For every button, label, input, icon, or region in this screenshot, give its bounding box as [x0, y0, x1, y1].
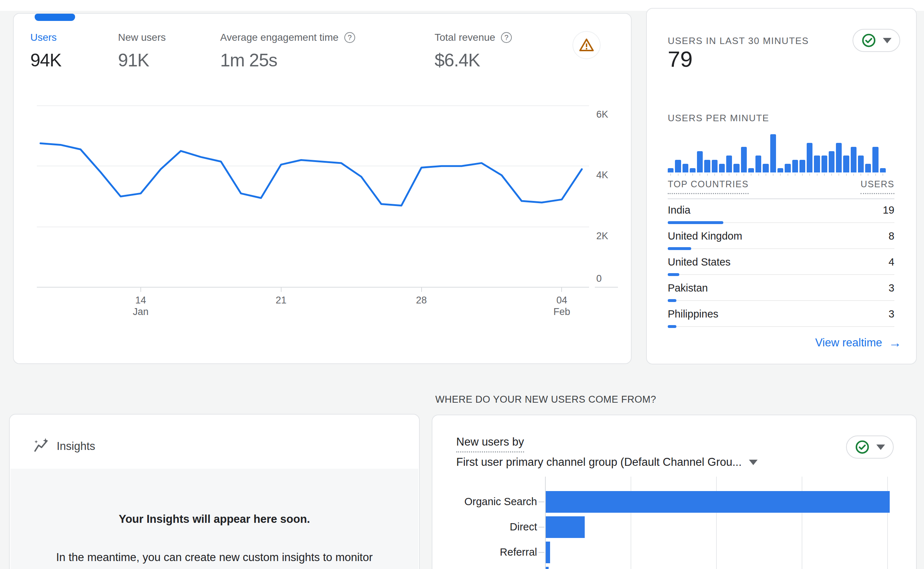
- dimension-selector[interactable]: First user primary channel group (Defaul…: [456, 456, 758, 469]
- per-minute-bar: [792, 160, 798, 172]
- per-minute-bar: [690, 168, 696, 172]
- data-quality-warning-button[interactable]: [572, 31, 601, 59]
- per-minute-bar: [734, 164, 739, 172]
- help-icon[interactable]: ?: [501, 32, 512, 43]
- per-minute-bar: [836, 143, 842, 172]
- users-line-series: [37, 105, 589, 288]
- caret-down-icon: [749, 459, 758, 465]
- channel-bar: [546, 491, 890, 513]
- x-axis-label: 21: [260, 294, 303, 306]
- country-bar-track: [668, 300, 894, 301]
- country-bar: [668, 299, 676, 302]
- top-countries-header: TOP COUNTRIES USERS: [668, 179, 894, 194]
- per-minute-bar: [880, 168, 886, 172]
- y-axis-label: 2K: [596, 231, 608, 242]
- warning-triangle-icon: [578, 37, 595, 53]
- users-line-chart: 14Jan212804Feb: [37, 105, 589, 288]
- chart-gridline: [887, 477, 888, 569]
- chart-gridline: [802, 477, 802, 569]
- metric-tab-avg-engagement-time[interactable]: Average engagement time ? 1m 25s: [220, 32, 355, 71]
- per-minute-bar: [778, 168, 783, 172]
- metric-value: $6.4K: [435, 50, 512, 71]
- country-name: Philippines: [668, 308, 718, 320]
- per-minute-bar: [872, 147, 878, 172]
- country-bar: [668, 221, 723, 224]
- country-users: 4: [889, 256, 894, 268]
- view-realtime-link[interactable]: View realtime →: [815, 336, 902, 349]
- arrow-right-icon: →: [889, 336, 902, 349]
- data-quality-pill[interactable]: [846, 435, 894, 459]
- active-users-count: 79: [668, 46, 693, 72]
- channel-axis-tick: [539, 552, 544, 553]
- country-bar-track: [668, 248, 894, 249]
- view-realtime-label: View realtime: [815, 336, 882, 349]
- channel-bar: [546, 567, 549, 569]
- country-row: India19: [668, 199, 894, 225]
- channel-bar: [546, 542, 550, 563]
- per-minute-bar: [865, 164, 871, 172]
- country-row: United Kingdom8: [668, 225, 894, 251]
- country-users: 19: [883, 204, 894, 216]
- country-users: 8: [889, 230, 894, 242]
- channel-axis-tick: [539, 527, 544, 528]
- x-axis-tick: [561, 287, 562, 292]
- country-row: United States4: [668, 251, 894, 277]
- chart-gridline: [630, 477, 631, 569]
- metric-value: 91K: [118, 50, 166, 71]
- channel-label: Referral: [432, 546, 537, 558]
- country-bar: [668, 273, 679, 276]
- country-bar: [668, 247, 691, 250]
- new-users-bar-chart: Organic SearchDirectReferral: [432, 477, 897, 569]
- metric-value: 94K: [30, 50, 61, 71]
- channel-label: Direct: [432, 521, 537, 533]
- help-icon[interactable]: ?: [344, 32, 355, 43]
- per-minute-bar: [741, 147, 747, 172]
- per-minute-bar: [675, 160, 681, 172]
- realtime-title: USERS IN LAST 30 MINUTES: [668, 35, 809, 47]
- y-axis-baseline-stub: [595, 287, 618, 288]
- per-minute-bar: [682, 164, 688, 172]
- active-tab-indicator: [35, 14, 75, 21]
- metric-label: Average engagement time ?: [220, 32, 355, 43]
- per-minute-bar: [704, 160, 710, 172]
- metric-tab-total-revenue[interactable]: Total revenue ? $6.4K: [435, 32, 512, 71]
- chart-gridline: [716, 477, 717, 569]
- check-circle-icon: [855, 440, 870, 455]
- country-users: 3: [889, 282, 894, 294]
- per-minute-bar: [755, 155, 761, 172]
- per-minute-bar: [851, 147, 857, 172]
- per-minute-bar: [697, 151, 703, 172]
- y-axis-label: 0: [596, 273, 602, 284]
- per-minute-bar: [785, 164, 790, 172]
- check-circle-icon: [861, 33, 876, 48]
- overview-card: Users 94K New users 91K Average engageme…: [13, 13, 632, 364]
- metric-label: Users: [30, 32, 61, 43]
- metric-label: Total revenue ?: [435, 32, 512, 43]
- users-per-minute-chart: [668, 134, 886, 172]
- country-bar-track: [668, 274, 894, 275]
- per-minute-bar: [712, 160, 717, 172]
- users-column-header: USERS: [860, 179, 894, 194]
- x-axis-label: 28: [400, 294, 443, 306]
- x-axis-tick: [281, 287, 282, 292]
- per-minute-bar: [843, 155, 849, 172]
- country-users: 3: [889, 308, 894, 320]
- country-row: Pakistan3: [668, 277, 894, 303]
- metric-value: 1m 25s: [220, 50, 355, 71]
- y-axis: 02K4K6K: [595, 105, 631, 315]
- data-quality-pill[interactable]: [852, 29, 900, 52]
- channel-bar: [546, 516, 585, 538]
- metric-tab-new-users[interactable]: New users 91K: [118, 32, 166, 71]
- country-name: United States: [668, 256, 731, 268]
- insights-empty-state: Your Insights will appear here soon. In …: [11, 469, 418, 569]
- country-row: Philippines3: [668, 303, 894, 329]
- users-per-minute-label: USERS PER MINUTE: [668, 113, 769, 124]
- metric-tab-users[interactable]: Users 94K: [30, 32, 61, 71]
- top-countries-column-header: TOP COUNTRIES: [668, 179, 749, 194]
- country-name: India: [668, 204, 691, 216]
- top-countries-rows: India19United Kingdom8United States4Paki…: [668, 199, 894, 329]
- insights-title: Insights: [57, 440, 95, 453]
- dimension-selector-label: First user primary channel group (Defaul…: [456, 456, 742, 469]
- per-minute-bar: [814, 155, 820, 172]
- y-axis-label: 4K: [596, 170, 608, 181]
